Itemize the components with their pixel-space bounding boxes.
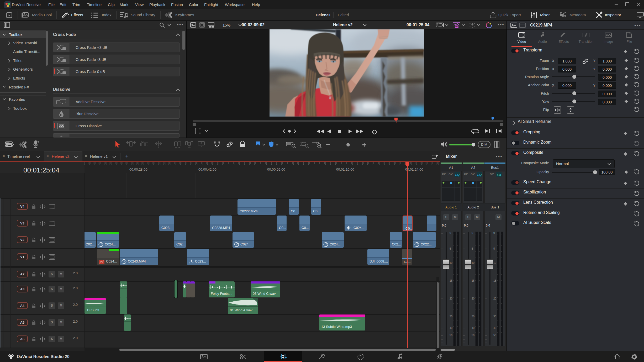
svg-text:-3: -3 — [63, 60, 65, 62]
svg-text:+3: +3 — [63, 48, 66, 50]
svg-text:0: 0 — [64, 72, 65, 74]
svg-text:PXY: PXY — [455, 26, 458, 28]
